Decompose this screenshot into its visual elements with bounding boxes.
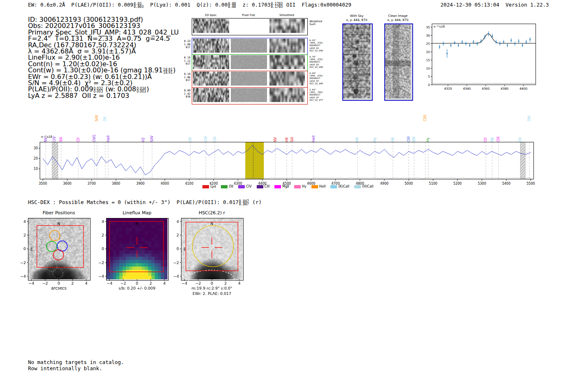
svg-text:20: 20 [426,50,430,54]
svg-text:0: 0 [136,281,138,285]
header-spacer [499,2,506,8]
cutout-strip-flat [231,88,267,102]
hsc-panel-title: HSC(26.2) r [181,210,243,216]
legend-swatch [330,185,337,188]
svg-text:−2: −2 [195,281,201,285]
lmp-image [107,218,167,279]
legend-swatch [221,185,228,188]
svg-text:4380: 4380 [501,87,509,90]
svg-text:−4: −4 [98,274,104,278]
cutout-strip-flat [231,72,267,86]
legend-item-MgII: MgII [274,185,289,188]
full-spectrum-chart: 1020303500360037003800390040004100420043… [0,142,576,188]
text-segment: LyA z = 2.5887 OII z = 0.1703 [28,92,129,100]
report-timestamp: 2024-12-30 05:13:04 [441,2,499,8]
cutout-row [192,87,308,104]
line-marker-OII: OII [188,137,192,142]
cutout-strip-noisy [193,72,229,86]
legend-label: HeII [319,185,326,188]
svg-text:−4: −4 [28,281,34,285]
legend-item-(H)CaII: (H)CaII [354,185,373,188]
legend-label: (K)CaII [338,185,349,188]
cutout-strip-flat [231,39,267,53]
legend-item-HeII: HeII [311,185,326,188]
fiber-meta: 413_LU_096 [309,82,338,85]
uncertainty-stack: 0.000.00 [228,2,236,8]
legend-label: Lyα [210,185,216,188]
text-segment: EW: 0.6±0.2Å P(LAE)/P(OII): 0.009 [28,2,133,8]
lineflux-map-title: Lineflux Map [106,210,168,216]
info-block: ID: 3006123193 (3006123193.pdf)Obs: 2020… [28,16,179,99]
svg-text:4: 4 [102,219,104,224]
cutout-fiber-stats: 0.091.42036 [177,89,190,99]
legend-swatch [311,185,318,188]
uncertainty-stack: 18.9118.91 [163,68,173,74]
svg-text:4: 4 [163,281,166,285]
legend-swatch [202,185,209,188]
svg-text:0: 0 [428,83,430,87]
legend-swatch [294,185,301,188]
lower-uncertainty: 18.91 [163,71,173,74]
clean-image-coords: x, y: 444, 870 [377,18,418,22]
svg-text:−4: −4 [173,274,179,278]
fiber-meta: 413_LU_077 [309,99,338,101]
legend-swatch [354,185,361,188]
cutout-fiber-meta: 1.68"(441, 702)20200217v016_07413_LU_077 [309,88,338,101]
line-marker-SiII: SiII [59,137,63,142]
svg-text:2: 2 [149,281,152,285]
legend-item-OII: OII [221,185,233,188]
full-spectrum-section: NVCIVSiIICIIOVI]SiIVOIIHeIIH2SiIVOIICIVC… [0,109,576,192]
lower-uncertainty: 0.1703 [271,5,283,8]
svg-text:e⁻¹⁷x2Å: e⁻¹⁷x2Å [434,25,445,28]
svg-text:25: 25 [426,42,430,46]
line-marker-CIV: CIV [53,137,56,142]
cutout-strip-noisy [193,55,229,69]
line-marker-OII: OII [518,137,522,142]
svg-text:−4: −4 [107,281,112,285]
uncertainty-stack: 0.17030.1703 [271,2,283,8]
legend-item-CIV: CIV [238,185,251,188]
line-marker-SiIV: SiIV [95,115,99,121]
line-marker-Hβ: Hβ [490,137,494,142]
legend-label: (H)CaII [362,185,373,188]
svg-text:0: 0 [58,281,60,285]
line-marker-SIV: SIV [412,137,416,142]
cutout-fiber-meta: 0.76"(444, 870)20200217v016_03413_LU_096 [309,56,338,68]
svg-text:5: 5 [428,75,430,79]
lower-uncertainty: 0.003 [134,5,144,8]
legend-swatch [238,185,245,188]
line-marker-HeII: HeII [107,135,110,142]
svg-text:4: 4 [85,281,88,285]
svg-text:4320: 4320 [444,87,452,90]
uncertainty-stack: 0.0470.007 [239,200,249,206]
with-sky-image [343,24,370,98]
cutout-fiber-meta: 0.86"(444, 870)20200217v016_07413_LU_096 [309,72,338,85]
elixer-report-page: EW: 0.6±0.2Å P(LAE)/P(OII): 0.0090.030.0… [0,0,576,392]
cutout-strip-noisy [193,39,229,53]
svg-text:10: 10 [34,167,38,171]
line-marker-CIII: CIII [497,137,500,142]
column-header-2dspec: 2D Spec [193,14,229,17]
with-sky-image-panel [342,23,373,101]
svg-text:15: 15 [426,58,430,62]
cutout-strip-smooth [269,88,305,102]
zoomed-spectrum-chart: 0510152025303543204340436043804400e⁻¹⁷x2… [420,19,540,96]
svg-text:10: 10 [426,67,430,70]
text-segment: (r) [249,199,262,205]
svg-text:30: 30 [34,146,38,150]
clean-image-panel [384,23,413,101]
line-marker-Hγ: Hγ [373,137,377,142]
svg-text:4: 4 [238,281,241,285]
legend-item-(K)CaII: (K)CaII [330,185,349,188]
svg-text:0: 0 [177,246,179,251]
text-segment: ) [146,85,149,93]
svg-text:20: 20 [34,157,38,160]
cutout-strip-noisy [193,88,229,102]
line-marker-OIII: OIII [527,116,531,121]
cutout-fiber-stats: 0.191.12017 [177,56,190,66]
svg-text:−2: −2 [121,281,126,285]
legend-item-Lyα: Lyα [202,185,216,188]
fiber-positions-panel: −4−4−2−2002244NE [28,218,91,281]
lineflux-map-panel: −4−4−2−2002244NE [106,218,169,281]
fiber-stat: 017 [177,46,190,49]
